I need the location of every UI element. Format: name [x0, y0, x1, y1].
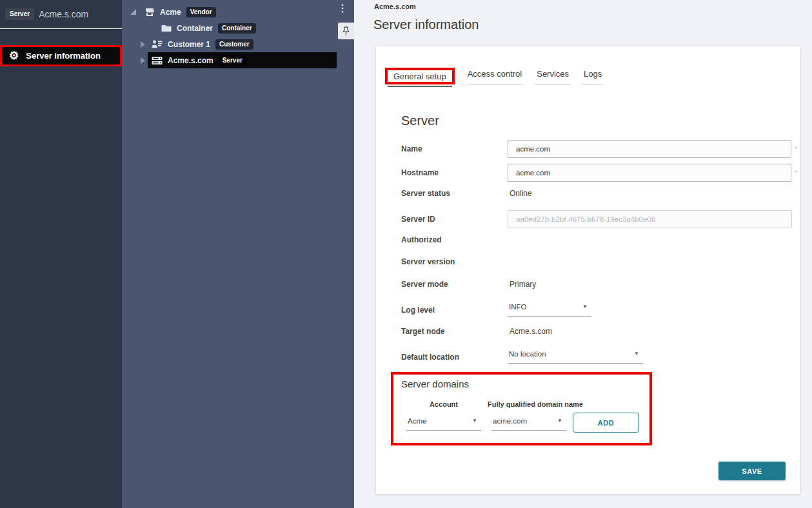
tab-logs[interactable]: Logs — [582, 64, 604, 84]
target-node-value: Acme.s.com — [508, 327, 552, 336]
form-row-default-location: Default location No location ▼ — [401, 350, 797, 364]
sidebar-header: Server Acme.s.com — [0, 0, 122, 29]
target-node-label: Target node — [401, 327, 508, 336]
tree-expanded-arrow-icon[interactable] — [130, 9, 136, 15]
tree-item-selected[interactable]: Acme.s.com Server — [148, 52, 337, 68]
default-location-select[interactable]: No location ▼ — [508, 350, 643, 364]
log-level-label: Log level — [401, 303, 508, 315]
caret-down-icon: ▼ — [472, 418, 477, 424]
tree-item-customer[interactable]: Customer 1 Customer — [122, 36, 354, 52]
name-label: Name — [401, 144, 508, 153]
tree-item-label: Acme — [160, 8, 181, 17]
caret-down-icon: ▼ — [582, 304, 588, 309]
server-status-label: Server status — [401, 189, 508, 198]
form-row-name: Name * — [401, 140, 797, 158]
form-row-hostname: Hostname * — [401, 164, 797, 182]
section-title-server: Server — [401, 113, 439, 128]
default-location-value: No location — [509, 350, 546, 358]
server-id-input — [508, 210, 792, 228]
server-domains-section: Server domains Account Fully qualified d… — [391, 372, 652, 445]
form-row-log-level: Log level INFO ▼ — [401, 303, 797, 317]
form-row-authorized: Authorized — [401, 235, 797, 244]
active-tab-highlight: General setup — [385, 68, 455, 84]
page-title: Server information — [373, 17, 479, 32]
server-mode-value: Primary — [508, 280, 536, 289]
sidebar: Server Acme.s.com ⚙ Server information — [0, 0, 122, 508]
account-select[interactable]: Acme ▼ — [406, 417, 481, 431]
tab-services[interactable]: Services — [535, 64, 571, 84]
server-type-badge: Server — [5, 8, 34, 20]
tree-item-vendor[interactable]: Acme Vendor — [122, 4, 354, 20]
add-button[interactable]: ADD — [573, 413, 639, 433]
server-mode-label: Server mode — [401, 280, 508, 289]
tree-item-badge: Container — [218, 23, 256, 34]
tree-item-container[interactable]: Container Container — [122, 20, 354, 36]
form-row-target-node: Target node Acme.s.com — [401, 327, 797, 336]
server-version-label: Server version — [401, 257, 508, 266]
form-row-server-id: Server ID — [401, 210, 797, 228]
log-level-select[interactable]: INFO ▼ — [508, 303, 591, 317]
save-button[interactable]: SAVE — [718, 462, 786, 480]
pin-icon — [342, 26, 350, 36]
hostname-label: Hostname — [401, 168, 508, 177]
caret-down-icon: ▼ — [557, 418, 562, 424]
tree-collapsed-arrow-icon[interactable] — [141, 41, 145, 48]
name-input[interactable] — [508, 140, 791, 158]
server-domains-title: Server domains — [401, 378, 469, 389]
hostname-input[interactable] — [508, 164, 791, 182]
tab-general-setup[interactable]: General setup — [388, 67, 452, 87]
tree-item-label: Container — [177, 24, 213, 33]
folder-icon — [161, 23, 172, 34]
store-icon — [144, 7, 155, 17]
fqdn-value: acme.com — [493, 417, 527, 425]
tree-item-label: Customer 1 — [168, 40, 210, 49]
server-id-label: Server ID — [401, 215, 508, 224]
required-marker: * — [795, 169, 797, 177]
sidebar-item-label: Server information — [26, 51, 101, 61]
server-information-card: General setup Access control Services Lo… — [376, 46, 800, 494]
sidebar-server-name: Acme.s.com — [39, 9, 88, 19]
tab-bar: General setup Access control Services Lo… — [385, 64, 604, 84]
tree-item-badge: Server — [219, 55, 246, 66]
tree-menu-icon[interactable]: ⋮ — [337, 3, 348, 14]
fqdn-select[interactable]: acme.com ▼ — [491, 417, 566, 431]
customer-icon — [152, 39, 163, 49]
authorized-label: Authorized — [401, 235, 508, 244]
server-status-value: Online — [508, 189, 532, 198]
tree-panel: Acme Vendor Container Container Customer… — [122, 0, 354, 508]
pin-button[interactable] — [338, 23, 354, 39]
main-content: Acme.s.com Server information General se… — [354, 0, 812, 508]
default-location-label: Default location — [401, 350, 508, 362]
form-row-server-status: Server status Online — [401, 189, 797, 198]
breadcrumb: Acme.s.com — [374, 3, 416, 10]
log-level-value: INFO — [509, 303, 526, 311]
tab-access-control[interactable]: Access control — [466, 64, 524, 84]
account-label: Account — [406, 400, 481, 408]
form-row-server-version: Server version — [401, 257, 797, 266]
server-icon — [152, 56, 163, 65]
caret-down-icon: ▼ — [634, 351, 639, 357]
tree-item-label: Acme.s.com — [168, 56, 213, 65]
required-marker: * — [795, 145, 797, 153]
account-value: Acme — [408, 417, 426, 425]
fqdn-label: Fully qualified domain name — [488, 400, 570, 408]
tree-item-badge: Customer — [215, 39, 253, 50]
gear-icon: ⚙ — [9, 50, 19, 61]
tree-item-badge: Vendor — [186, 7, 216, 17]
tree-collapsed-arrow-icon[interactable] — [141, 57, 145, 64]
sidebar-item-server-information[interactable]: ⚙ Server information — [0, 45, 122, 66]
tree-item-server[interactable]: Acme.s.com Server — [122, 52, 354, 68]
form-row-server-mode: Server mode Primary — [401, 280, 797, 289]
